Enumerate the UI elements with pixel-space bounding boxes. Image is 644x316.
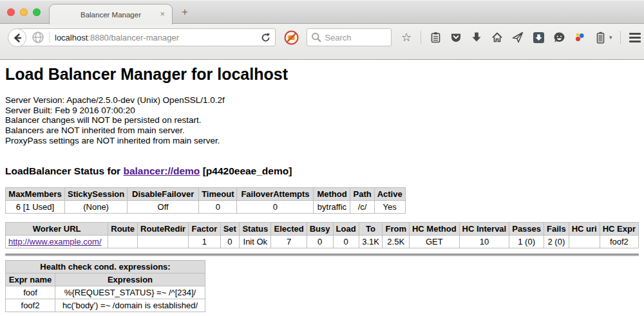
toolbar-icons: ☆ ▾ [400, 31, 644, 44]
factor-value: 1 [189, 235, 220, 248]
balancers-notice-line: Balancers are NOT inherited from main se… [5, 125, 639, 136]
downloads-icon[interactable] [470, 31, 483, 44]
url-bar[interactable]: localhost:8880/balancer-manager [17, 28, 276, 46]
col-stickysession: StickySession [65, 187, 128, 200]
col-to: To [359, 222, 383, 235]
expression-value: hc('body') =~ /domain is established/ [55, 299, 205, 311]
set-value: 0 [220, 235, 240, 248]
close-tab-icon[interactable]: × [160, 9, 165, 19]
server-version-line: Server Version: Apache/2.5.0-dev (Unix) … [5, 95, 639, 106]
fails-value: 2 (0) [544, 235, 569, 248]
home-icon[interactable] [491, 31, 504, 44]
balancer-summary-table: MaxMembers StickySession DisableFailover… [5, 187, 406, 214]
busy-value: 0 [307, 235, 333, 248]
col-route: Route [108, 222, 138, 235]
expression-value: %{REQUEST_STATUS} =~ /^[234]/ [55, 286, 205, 299]
elected-value: 7 [271, 235, 307, 248]
worker-url-cell: http://www.example.com/ [6, 235, 108, 248]
table-row: foof %{REQUEST_STATUS} =~ /^[234]/ [6, 286, 205, 299]
col-path: Path [350, 187, 374, 200]
table-header-row: Worker URL Route RouteRedir Factor Set S… [6, 222, 639, 235]
balancer-link[interactable]: balancer://demo [123, 165, 200, 176]
url-path: :8880/balancer-manager [88, 33, 179, 42]
table-header-row: Expr name Expression [6, 273, 205, 286]
col-routeredir: RouteRedir [138, 222, 189, 235]
browser-tab[interactable]: Balancer Manager × [49, 4, 173, 24]
new-tab-button[interactable]: + [182, 6, 188, 19]
download-manager-icon[interactable] [532, 31, 545, 44]
server-built-line: Server Built: Feb 9 2016 07:00:20 [5, 106, 639, 116]
plugin-blocked-icon [284, 30, 299, 45]
load-value: 0 [333, 235, 359, 248]
col-expr-name: Expr name [6, 273, 55, 286]
zoom-window-button[interactable] [33, 8, 41, 16]
send-tab-icon[interactable] [511, 31, 524, 44]
minimize-window-button[interactable] [20, 8, 28, 16]
status-value: Init Ok [240, 235, 271, 248]
table-header-row: MaxMembers StickySession DisableFailover… [6, 187, 406, 200]
menu-icon[interactable] [629, 31, 641, 44]
toolbar-divider [620, 31, 621, 44]
persist-notice-line: Balancer changes will NOT be persisted o… [5, 115, 639, 125]
back-button[interactable] [8, 28, 26, 47]
reload-icon [260, 32, 271, 43]
col-failoverattempts: FailoverAttempts [237, 187, 314, 200]
passes-value: 1 (0) [509, 235, 544, 248]
to-value: 3.1K [359, 235, 383, 248]
path-value: /c/ [350, 200, 374, 213]
reading-list-icon[interactable] [429, 31, 442, 44]
col-expression: Expression [55, 273, 205, 286]
col-timeout: Timeout [199, 187, 237, 200]
col-status: Status [240, 222, 271, 235]
health-table-title: Health check cond. expressions: [6, 260, 205, 273]
col-fails: Fails [544, 222, 569, 235]
status-prefix: LoadBalancer Status for [5, 165, 123, 176]
col-hc-method: HC Method [409, 222, 459, 235]
disablefailover-value: Off [128, 200, 199, 213]
hc-expr-value: foof2 [600, 235, 638, 248]
health-check-table: Health check cond. expressions: Expr nam… [5, 260, 205, 312]
routeredir-value [138, 235, 189, 248]
proxypass-notice-line: ProxyPass settings are NOT inherited fro… [5, 136, 639, 146]
close-window-button[interactable] [7, 8, 15, 16]
table-row: foof2 hc('body') =~ /domain is establish… [6, 299, 205, 311]
method-value: bytraffic [314, 200, 350, 213]
extension-dots-icon[interactable] [573, 31, 586, 44]
tab-bar: Balancer Manager × + [0, 0, 644, 23]
server-info: Server Version: Apache/2.5.0-dev (Unix) … [5, 95, 639, 146]
pocket-icon[interactable] [450, 31, 462, 44]
expr-name-value: foof2 [6, 299, 55, 311]
reload-button[interactable] [260, 32, 271, 43]
content-blocked-button[interactable] [284, 30, 299, 48]
search-bar[interactable] [307, 28, 392, 46]
from-value: 2.5K [383, 235, 410, 248]
table-row: 6 [1 Used] (None) Off 0 0 bytraffic /c/ … [6, 200, 406, 213]
col-factor: Factor [189, 222, 220, 235]
col-elected: Elected [271, 222, 307, 235]
col-busy: Busy [307, 222, 333, 235]
chevron-down-icon[interactable]: ▾ [609, 34, 612, 41]
search-input[interactable] [325, 33, 387, 42]
bookmark-star-icon[interactable]: ☆ [400, 31, 413, 44]
col-load: Load [333, 222, 359, 235]
back-arrow-icon [12, 33, 23, 43]
page-title: Load Balancer Manager for localhost [5, 65, 639, 84]
hc-interval-value: 10 [459, 235, 509, 248]
table-title-row: Health check cond. expressions: [6, 260, 205, 273]
col-hc-uri: HC uri [569, 222, 600, 235]
worker-url-link[interactable]: http://www.example.com/ [8, 237, 102, 246]
page-content: Load Balancer Manager for localhost Serv… [0, 60, 644, 315]
tab-title: Balancer Manager [80, 11, 141, 19]
status-suffix: [p4420eeae_demo] [200, 165, 292, 176]
url-text[interactable]: localhost:8880/balancer-manager [55, 33, 256, 42]
stickysession-value: (None) [65, 200, 128, 213]
col-maxmembers: MaxMembers [6, 187, 65, 200]
timeout-value: 0 [199, 200, 237, 213]
battery-icon[interactable] [594, 31, 607, 44]
url-domain: localhost [55, 33, 88, 42]
col-hc-expr: HC Expr [600, 222, 638, 235]
feedback-smiley-icon[interactable] [553, 31, 565, 44]
worker-row: http://www.example.com/ 1 0 Init Ok 7 0 … [6, 235, 639, 248]
site-identity-globe-icon[interactable] [32, 31, 44, 44]
worker-table: Worker URL Route RouteRedir Factor Set S… [5, 222, 639, 248]
